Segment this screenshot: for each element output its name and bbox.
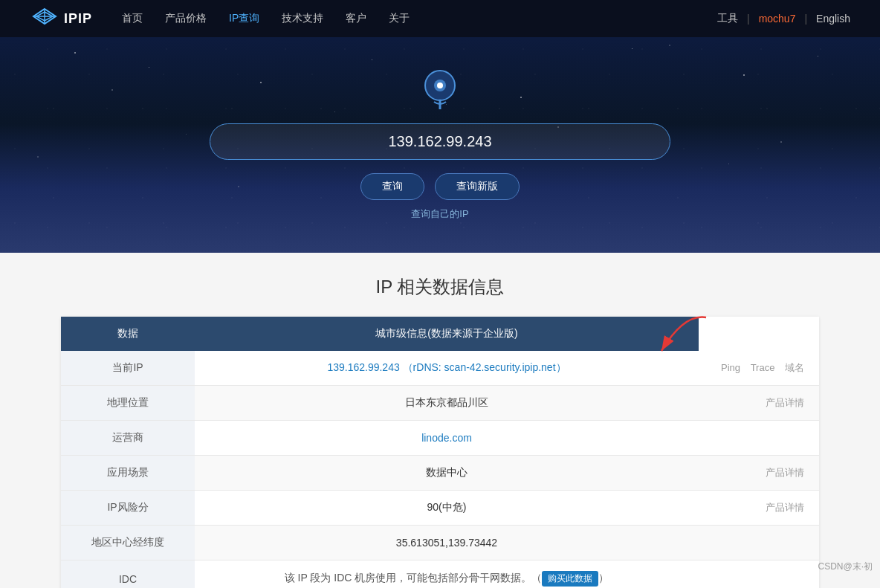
nav-about[interactable]: 关于	[389, 12, 410, 25]
location-pin-icon	[424, 69, 456, 112]
trace-link[interactable]: Trace	[751, 362, 775, 373]
table-row: 运营商 linode.com	[61, 421, 819, 456]
table-row: 应用场景 数据中心 产品详情	[61, 456, 819, 491]
row-value-idc: 该 IP 段为 IDC 机房使用，可能包括部分骨干网数据。（购买此数据）	[195, 560, 699, 589]
buy-data-link[interactable]: 购买此数据	[542, 571, 598, 587]
navbar-right: 工具 | mochu7 | English	[717, 12, 850, 25]
search-buttons: 查询 查询新版	[360, 173, 520, 200]
row-value-current-ip: 139.162.99.243 （rDNS: scan-42.security.i…	[195, 351, 699, 386]
row-actions-current-ip: Ping Trace 域名	[699, 351, 819, 386]
row-actions-location: 产品详情	[699, 386, 819, 421]
table-row: IP风险分 90(中危) 产品详情	[61, 491, 819, 526]
row-value-location: 日本东京都品川区	[195, 386, 699, 421]
search-bar	[210, 123, 670, 160]
row-label-coords: 地区中心经纬度	[61, 526, 195, 560]
idc-text-end: ）	[598, 572, 609, 584]
table-row: 地理位置 日本东京都品川区 产品详情	[61, 386, 819, 421]
nav-ip-query[interactable]: IP查询	[229, 12, 259, 25]
row-label-idc: IDC	[61, 560, 195, 589]
table1-container: 数据 城市级信息(数据来源于企业版) 当前IP 139.162.99.243 （…	[61, 317, 819, 588]
nav-tech-support[interactable]: 技术支持	[282, 12, 323, 25]
isp-link[interactable]: linode.com	[421, 432, 472, 444]
table-row: 地区中心经纬度 35.613051,139.73442	[61, 526, 819, 560]
navbar: IPIP 首页 产品价格 IP查询 技术支持 客户 关于 工具 | mochu7…	[0, 0, 880, 37]
row-actions-usage: 产品详情	[699, 456, 819, 491]
search-input[interactable]	[228, 133, 652, 150]
row-label-location: 地理位置	[61, 386, 195, 421]
svg-point-6	[437, 83, 443, 88]
row-label-usage: 应用场景	[61, 456, 195, 491]
data-table-1: 数据 城市级信息(数据来源于企业版) 当前IP 139.162.99.243 （…	[61, 317, 819, 588]
current-ip-link[interactable]: 139.162.99.243 （rDNS: scan-42.security.i…	[327, 361, 566, 373]
nav-pricing[interactable]: 产品价格	[165, 12, 207, 25]
tools-link[interactable]: 工具	[717, 12, 738, 25]
section-title: IP 相关数据信息	[61, 275, 819, 299]
table-row: 当前IP 139.162.99.243 （rDNS: scan-42.secur…	[61, 351, 819, 386]
row-actions-isp	[699, 421, 819, 456]
row-label-isp: 运营商	[61, 421, 195, 456]
table-row: IDC 该 IP 段为 IDC 机房使用，可能包括部分骨干网数据。（购买此数据）	[61, 560, 819, 589]
row-actions-idc	[699, 560, 819, 589]
row-actions-coords	[699, 526, 819, 560]
logo-text: IPIP	[64, 11, 92, 27]
self-query-link[interactable]: 查询自己的IP	[411, 207, 468, 221]
row-value-risk: 90(中危)	[195, 491, 699, 526]
table1-header-col2: 城市级信息(数据来源于企业版)	[195, 317, 699, 351]
row-value-coords: 35.613051,139.73442	[195, 526, 699, 560]
ping-link[interactable]: Ping	[721, 362, 740, 373]
nav-links: 首页 产品价格 IP查询 技术支持 客户 关于	[122, 12, 717, 25]
risk-detail-link[interactable]: 产品详情	[766, 502, 804, 513]
nav-home[interactable]: 首页	[122, 12, 143, 25]
user-link[interactable]: mochu7	[759, 13, 796, 25]
usage-detail-link[interactable]: 产品详情	[766, 467, 804, 478]
lang-switch[interactable]: English	[816, 13, 850, 25]
query-new-button[interactable]: 查询新版	[435, 173, 520, 200]
nav-customers[interactable]: 客户	[346, 12, 366, 25]
hero-section: 查询 查询新版 查询自己的IP	[0, 37, 880, 253]
row-label-risk: IP风险分	[61, 491, 195, 526]
main-content: IP 相关数据信息 数据 城市级信息(数据来源于企业版) 当前IP 139.16…	[46, 253, 834, 588]
watermark: CSDN@末·初	[818, 560, 873, 573]
location-detail-link[interactable]: 产品详情	[766, 397, 804, 408]
idc-text: 该 IP 段为 IDC 机房使用，可能包括部分骨干网数据。（	[285, 572, 543, 584]
row-value-usage: 数据中心	[195, 456, 699, 491]
row-value-isp: linode.com	[195, 421, 699, 456]
logo[interactable]: IPIP	[30, 7, 92, 30]
table1-header-row: 数据 城市级信息(数据来源于企业版)	[61, 317, 819, 351]
query-button[interactable]: 查询	[360, 173, 424, 200]
row-label-current-ip: 当前IP	[61, 351, 195, 386]
table1-header-col1: 数据	[61, 317, 195, 351]
row-actions-risk: 产品详情	[699, 491, 819, 526]
domain-link[interactable]: 域名	[785, 362, 804, 373]
